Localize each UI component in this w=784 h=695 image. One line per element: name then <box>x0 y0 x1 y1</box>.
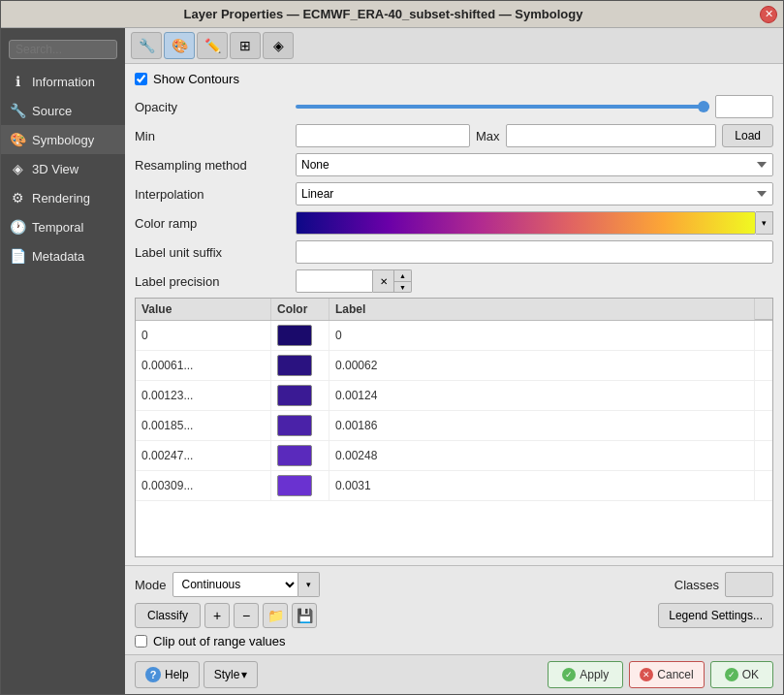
table-row[interactable]: 0.00185... 0.00186 <box>136 411 772 441</box>
precision-clear-button[interactable]: ✕ <box>373 269 394 293</box>
toolbar-grid-button[interactable]: ⊞ <box>230 32 261 59</box>
mode-label: Mode <box>135 578 167 592</box>
ok-check-icon: ✓ <box>725 668 738 681</box>
interpolation-select[interactable]: Linear <box>296 182 773 205</box>
mode-dropdown-button[interactable]: ▾ <box>298 572 320 597</box>
remove-class-button[interactable]: − <box>234 603 259 628</box>
min-label: Min <box>135 129 290 143</box>
load-button[interactable]: Load <box>722 124 773 147</box>
sidebar-item-metadata-label: Metadata <box>32 249 84 264</box>
source-icon: 🔧 <box>9 102 26 119</box>
content-area: 🔧 🎨 ✏️ ⊞ ◈ Show Contours Opacity <box>125 28 783 694</box>
color-swatch[interactable] <box>277 415 312 436</box>
show-contours-checkbox[interactable] <box>135 73 147 85</box>
sidebar-item-source[interactable]: 🔧 Source <box>1 96 125 125</box>
help-icon: ? <box>145 667 161 682</box>
precision-down-button[interactable]: ▼ <box>394 281 412 293</box>
action-row: Classify + − 📁 💾 Legend Settings... <box>135 603 773 628</box>
toolbar: 🔧 🎨 ✏️ ⊞ ◈ <box>125 28 783 64</box>
table-header: Value Color Label <box>136 299 772 321</box>
style-dropdown-icon: ▾ <box>241 668 247 681</box>
opacity-slider[interactable] <box>296 105 709 109</box>
classes-label: Classes <box>674 578 719 592</box>
footer: ? Help Style ▾ ✓ Apply ✕ Cancel <box>125 654 783 694</box>
color-ramp-dropdown[interactable]: ▾ <box>756 211 773 235</box>
opacity-label: Opacity <box>135 100 290 114</box>
symbology-icon: 🎨 <box>9 131 26 148</box>
sidebar-item-source-label: Source <box>32 104 72 118</box>
opacity-input[interactable]: 100.0 % <box>715 95 773 118</box>
min-input[interactable]: 0 <box>296 124 470 147</box>
classify-button[interactable]: Classify <box>135 603 201 628</box>
apply-button[interactable]: ✓ Apply <box>548 661 623 688</box>
color-swatch[interactable] <box>277 385 312 406</box>
resampling-select[interactable]: None <box>296 153 773 176</box>
sidebar-item-rendering[interactable]: ⚙ Rendering <box>1 183 125 212</box>
sidebar-item-rendering-label: Rendering <box>32 191 90 205</box>
toolbar-palette-button[interactable]: 🎨 <box>164 32 195 59</box>
header-color: Color <box>271 299 329 320</box>
color-swatch[interactable] <box>277 445 312 466</box>
sidebar-item-metadata[interactable]: 📄 Metadata <box>1 241 125 270</box>
legend-settings-button[interactable]: Legend Settings... <box>658 603 773 628</box>
resampling-label: Resampling method <box>135 158 290 173</box>
cell-value: 0.00247... <box>136 441 271 470</box>
color-swatch[interactable] <box>277 355 312 376</box>
titlebar: Layer Properties — ECMWF_ERA-40_subset-s… <box>1 1 783 28</box>
toolbar-pencil-button[interactable]: ✏️ <box>197 32 228 59</box>
load-colormap-button[interactable]: 📁 <box>263 603 288 628</box>
ok-button[interactable]: ✓ OK <box>710 661 773 688</box>
table-row[interactable]: 0.00061... 0.00062 <box>136 351 772 381</box>
classes-input[interactable]: 52 <box>725 572 773 597</box>
cell-color[interactable] <box>271 381 329 410</box>
close-button[interactable]: ✕ <box>760 6 777 23</box>
add-class-button[interactable]: + <box>204 603 230 628</box>
cell-label: 0.0031 <box>329 471 755 500</box>
style-label: Style <box>214 668 240 681</box>
style-button[interactable]: Style ▾ <box>204 661 259 688</box>
color-ramp-swatch[interactable] <box>296 211 756 235</box>
label-unit-suffix-input[interactable] <box>296 240 773 264</box>
max-input[interactable]: 0.0316181 <box>506 124 717 147</box>
label-precision-row: Label precision 6 ✕ ▲ ▼ <box>135 269 773 294</box>
label-unit-suffix-row: Label unit suffix <box>135 239 773 265</box>
sidebar-item-3dview[interactable]: ◈ 3D View <box>1 154 125 183</box>
help-button[interactable]: ? Help <box>135 661 200 688</box>
toolbar-layers-button[interactable]: ◈ <box>263 32 294 59</box>
cell-color[interactable] <box>271 411 329 440</box>
metadata-icon: 📄 <box>9 247 26 265</box>
sidebar-search-input[interactable] <box>9 40 117 59</box>
label-precision-input[interactable]: 6 <box>296 269 373 293</box>
clip-checkbox[interactable] <box>135 635 147 648</box>
sidebar-item-temporal[interactable]: 🕐 Temporal <box>1 212 125 241</box>
label-unit-suffix-label: Label unit suffix <box>135 245 290 260</box>
cancel-button[interactable]: ✕ Cancel <box>629 661 704 688</box>
save-colormap-button[interactable]: 💾 <box>292 603 317 628</box>
precision-up-button[interactable]: ▲ <box>394 269 412 281</box>
opacity-slider-container <box>296 105 709 109</box>
table-row[interactable]: 0.00247... 0.00248 <box>136 441 772 471</box>
max-label: Max <box>476 129 500 143</box>
cell-label: 0.00062 <box>329 351 755 380</box>
sidebar-item-information[interactable]: ℹ Information <box>1 67 125 96</box>
toolbar-wrench-button[interactable]: 🔧 <box>131 32 162 59</box>
sidebar-item-symbology[interactable]: 🎨 Symbology <box>1 125 125 154</box>
cell-color[interactable] <box>271 351 329 380</box>
table-row[interactable]: 0.00123... 0.00124 <box>136 381 772 411</box>
cell-color[interactable] <box>271 441 329 470</box>
main-layout: ℹ Information 🔧 Source 🎨 Symbology ◈ 3D … <box>1 28 783 694</box>
table-row[interactable]: 0.00309... 0.0031 <box>136 471 772 501</box>
cell-color[interactable] <box>271 321 329 350</box>
label-precision-label: Label precision <box>135 274 290 289</box>
cell-color[interactable] <box>271 471 329 500</box>
color-swatch[interactable] <box>277 475 312 496</box>
color-table: Value Color Label 0 0 0.00061... 0.00062… <box>135 298 773 557</box>
information-icon: ℹ <box>9 73 26 90</box>
color-swatch[interactable] <box>277 325 312 346</box>
cell-label: 0.00124 <box>329 381 755 410</box>
mode-select[interactable]: Continuous <box>172 572 298 597</box>
table-row[interactable]: 0 0 <box>136 321 772 351</box>
sidebar-item-symbology-label: Symbology <box>32 133 94 147</box>
cell-label: 0.00248 <box>329 441 755 470</box>
cancel-label: Cancel <box>657 668 693 681</box>
